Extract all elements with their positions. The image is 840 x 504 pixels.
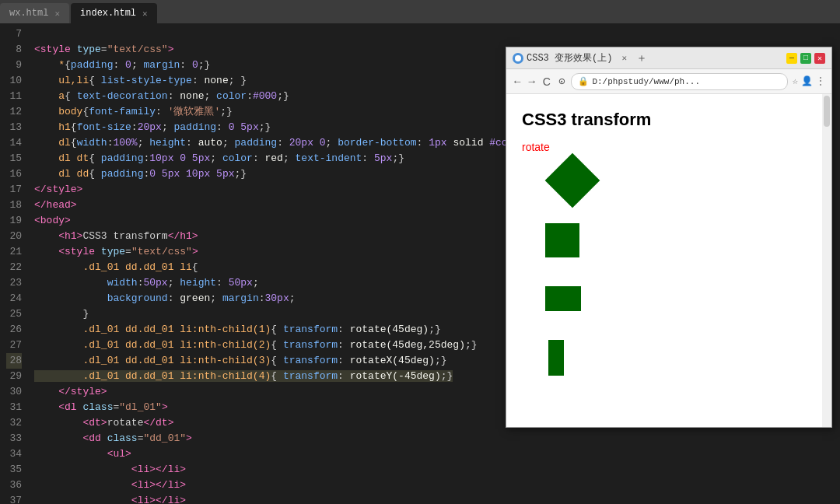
address-right-icons: ☆ 👤 ⋮: [793, 75, 825, 87]
browser-scrollbar[interactable]: [822, 94, 831, 427]
browser-tab-close[interactable]: ✕: [621, 53, 627, 63]
tab-index-close[interactable]: ✕: [142, 9, 148, 19]
box2-wrapper: [530, 223, 816, 257]
menu-icon[interactable]: ⋮: [816, 75, 825, 87]
main-area: 78910 11121314 15161718 19202122 2324252…: [0, 23, 840, 504]
line-numbers: 78910 11121314 15161718 19202122 2324252…: [0, 23, 28, 504]
browser-titlebar: CSS3 变形效果(上) ✕ ＋ — □ ✕: [506, 47, 831, 69]
address-bar[interactable]: 🔒 D:/phpstudy/www/ph...: [571, 73, 787, 90]
browser-title-text: CSS3 变形效果(上): [527, 51, 612, 65]
demo-box-4: [548, 340, 564, 376]
address-text: D:/phpstudy/www/ph...: [592, 77, 700, 86]
browser-favicon: [513, 53, 523, 64]
back-button[interactable]: ←: [513, 75, 522, 88]
tab-wx-label: wx.html: [9, 8, 48, 19]
tab-wx-close[interactable]: ✕: [54, 9, 60, 19]
tab-index[interactable]: index.html ✕: [71, 3, 157, 23]
bookmark-icon[interactable]: ☆: [793, 75, 798, 87]
forward-button[interactable]: →: [527, 75, 536, 88]
demo-box-2: [545, 223, 579, 257]
tab-bar: wx.html ✕ index.html ✕: [0, 0, 840, 23]
box1-wrapper: [530, 161, 816, 200]
browser-window: CSS3 变形效果(上) ✕ ＋ — □ ✕ ← → C ⊙ 🔒 D:/phps…: [506, 47, 832, 428]
box3-wrapper: [530, 281, 816, 317]
demo-area: [522, 161, 816, 376]
lock-icon: 🔒: [578, 76, 589, 86]
demo-box-1: [545, 153, 600, 208]
maximize-button[interactable]: □: [800, 53, 811, 64]
minimize-button[interactable]: —: [786, 53, 797, 64]
box4-wrapper: [530, 340, 816, 376]
scrollbar-thumb: [824, 96, 830, 127]
close-button[interactable]: ✕: [814, 53, 825, 64]
reload-button[interactable]: C: [541, 75, 552, 88]
home-button[interactable]: ⊙: [557, 75, 566, 88]
rotate-label: rotate: [522, 141, 816, 153]
tab-index-label: index.html: [80, 8, 136, 19]
tab-wx[interactable]: wx.html ✕: [0, 3, 69, 23]
svg-point-0: [515, 55, 521, 61]
browser-tab: CSS3 变形效果(上) ✕ ＋: [513, 51, 786, 65]
demo-box-3: [545, 286, 581, 312]
browser-window-controls: — □ ✕: [786, 53, 825, 64]
user-icon[interactable]: 👤: [801, 75, 813, 87]
browser-content: CSS3 transform rotate: [506, 94, 831, 427]
browser-new-tab[interactable]: ＋: [636, 51, 647, 65]
page-title: CSS3 transform: [522, 110, 816, 130]
browser-addressbar: ← → C ⊙ 🔒 D:/phpstudy/www/ph... ☆ 👤 ⋮: [506, 69, 831, 94]
